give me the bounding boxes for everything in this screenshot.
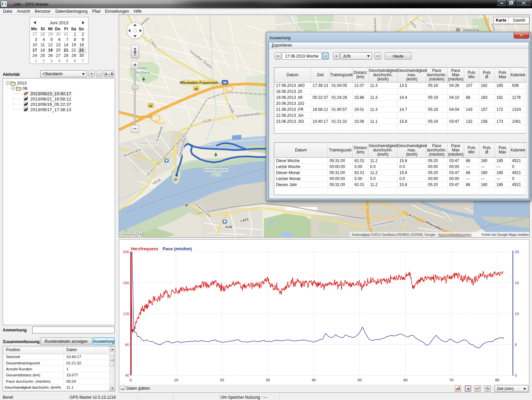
svg-text:50: 50 (357, 378, 362, 382)
svg-text:P: P (185, 203, 188, 208)
svg-text:chönaustr: chönaustr (373, 17, 378, 34)
svg-text:Bucht: Bucht (211, 172, 221, 176)
svg-text:40: 40 (125, 373, 129, 377)
svg-text:70: 70 (449, 378, 454, 382)
svg-text:66: 66 (223, 81, 227, 84)
svg-text:K49: K49 (225, 225, 232, 229)
svg-text:40: 40 (312, 378, 316, 382)
svg-text:Herzfrequenz: Herzfrequenz (131, 246, 159, 251)
svg-text:15: 15 (515, 281, 519, 285)
svg-text:160: 160 (123, 281, 129, 285)
svg-text:0: 0 (515, 373, 517, 377)
svg-text:42: 42 (195, 87, 198, 91)
svg-text:0: 0 (130, 378, 132, 382)
svg-text:Doleschal: Doleschal (463, 28, 479, 32)
svg-text:L423: L423 (401, 216, 406, 225)
svg-text:30: 30 (266, 378, 270, 382)
svg-text:10: 10 (174, 378, 178, 382)
svg-text:5: 5 (515, 343, 517, 347)
svg-text:Pace (min/km): Pace (min/km) (163, 246, 192, 251)
svg-text:60: 60 (403, 378, 408, 382)
svg-text:Niederwallufer: Niederwallufer (204, 168, 228, 172)
svg-text:200: 200 (123, 250, 129, 254)
svg-text:80: 80 (125, 343, 129, 347)
svg-text:Wiesbaden-Frauenstein: Wiesbaden-Frauenstein (180, 81, 219, 85)
svg-text:20: 20 (515, 250, 519, 254)
svg-text:42: 42 (149, 104, 153, 107)
svg-text:120: 120 (123, 312, 129, 316)
svg-text:20: 20 (220, 378, 224, 382)
svg-text:P: P (174, 177, 177, 182)
svg-text:10: 10 (515, 312, 519, 316)
svg-text:80: 80 (495, 378, 499, 382)
svg-text:WALLUF: WALLUF (140, 141, 159, 145)
svg-text:Nußberg: Nußberg (136, 71, 150, 75)
svg-text:BUDENHEIM: BUDENHEIM (205, 236, 233, 237)
